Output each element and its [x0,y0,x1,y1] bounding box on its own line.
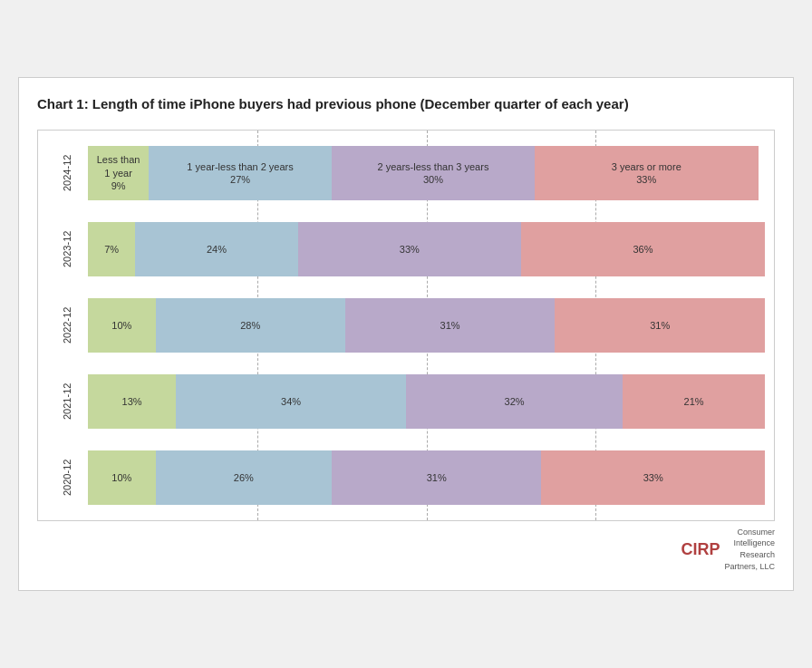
logo-area: CIRP ConsumerIntelligenceResearchPartner… [37,527,775,572]
bar-segment-0: 13% [88,374,176,429]
chart-row: 2021-1213%34%32%21% [38,374,765,429]
bar-segment-1: 28% [156,298,345,353]
row-year-label: 2023-12 [38,222,88,276]
chart-row: 2022-1210%28%31%31% [38,298,765,353]
chart-title: Chart 1: Length of time iPhone buyers ha… [37,94,775,113]
chart-rows: 2024-12Less than 1 year 9%1 year-less th… [38,146,765,505]
segment-label: 34% [281,395,301,408]
bar-row: 10%26%31%33% [88,450,765,505]
bar-segment-3: 36% [521,222,765,276]
segment-label: 2 years-less than 3 years 30% [378,160,489,187]
bar-row: 13%34%32%21% [88,374,765,429]
bar-segment-1: 34% [176,374,406,429]
chart-area: 2024-12Less than 1 year 9%1 year-less th… [37,130,775,521]
bar-segment-2: 33% [298,222,522,276]
bar-segment-0: Less than 1 year 9% [88,146,149,200]
bar-segment-3: 3 years or more 33% [535,146,759,200]
bar-row: Less than 1 year 9%1 year-less than 2 ye… [88,146,765,200]
bar-segment-2: 2 years-less than 3 years 30% [332,146,535,200]
segment-label: 3 years or more 33% [612,160,682,187]
segment-label: 24% [207,243,227,256]
segment-label: 31% [650,319,670,332]
segment-label: 13% [122,395,142,408]
row-year-label: 2024-12 [38,146,88,200]
bar-segment-1: 1 year-less than 2 years 27% [149,146,332,200]
row-year-label: 2021-12 [38,374,88,429]
bar-segment-3: 21% [623,374,765,429]
bar-segment-0: 7% [88,222,135,276]
segment-label: 21% [684,395,704,408]
chart-row: 2024-12Less than 1 year 9%1 year-less th… [38,146,765,200]
bar-segment-1: 26% [156,450,332,505]
cirp-logo: CIRP [681,540,720,559]
row-spacer [38,207,765,216]
row-year-label: 2020-12 [38,450,88,505]
bar-segment-3: 33% [541,450,765,505]
bar-segment-0: 10% [88,450,156,505]
segment-label: 7% [104,243,119,256]
bar-segment-2: 32% [406,374,623,429]
cirp-subtitle: ConsumerIntelligenceResearchPartners, LL… [724,527,775,572]
segment-label: 36% [633,243,652,256]
chart-row: 2023-127%24%33%36% [38,222,765,276]
row-spacer [38,435,765,444]
logo-wrap: CIRP ConsumerIntelligenceResearchPartner… [681,527,775,572]
segment-label: 31% [440,319,460,332]
segment-label: 32% [505,395,525,408]
bar-row: 10%28%31%31% [88,298,765,353]
row-spacer [38,359,765,368]
segment-label: 33% [400,243,420,256]
chart-container: Chart 1: Length of time iPhone buyers ha… [18,77,794,591]
bar-segment-3: 31% [555,298,765,353]
bar-segment-0: 10% [88,298,156,353]
segment-label: 28% [240,319,260,332]
row-spacer [38,283,765,292]
segment-label: 10% [111,319,131,332]
segment-label: 33% [643,471,663,484]
bar-segment-1: 24% [135,222,297,276]
bar-segment-2: 31% [332,450,542,505]
row-year-label: 2022-12 [38,298,88,353]
segment-label: 1 year-less than 2 years 27% [187,160,293,187]
segment-label: Less than 1 year 9% [97,153,140,192]
segment-label: 26% [234,471,254,484]
bar-row: 7%24%33%36% [88,222,765,276]
segment-label: 10% [111,471,131,484]
bar-segment-2: 31% [345,298,556,353]
segment-label: 31% [427,471,447,484]
chart-row: 2020-1210%26%31%33% [38,450,765,505]
